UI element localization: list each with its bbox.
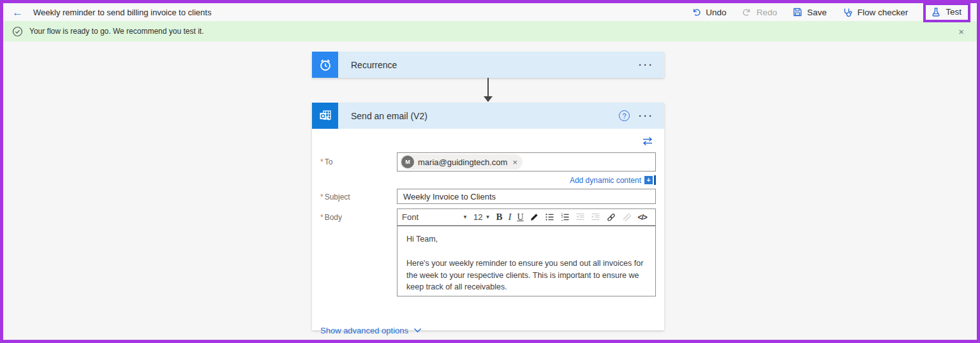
- body-editor[interactable]: Hi Team, Here's your weekly reminder to …: [397, 226, 656, 296]
- recipient-avatar: M: [401, 156, 414, 168]
- richtext-toolbar: Font ▼ 12 ▼ B I U: [397, 208, 656, 226]
- indent-button[interactable]: [591, 212, 600, 222]
- redo-label: Redo: [757, 8, 777, 17]
- send-email-more-options-icon[interactable]: ···: [639, 111, 654, 120]
- redo-button[interactable]: Redo: [742, 7, 777, 17]
- unlink-icon: [622, 212, 632, 223]
- bullet-list-button[interactable]: [545, 212, 554, 222]
- send-email-action-card: Send an email (V2) ? ··· *To M maria@gui…: [312, 103, 664, 330]
- ready-banner: Your flow is ready to go. We recommend y…: [3, 21, 977, 41]
- font-size-dropdown[interactable]: 12 ▼: [473, 212, 490, 222]
- outdent-icon: [575, 212, 585, 222]
- italic-button[interactable]: I: [508, 212, 511, 223]
- connector-arrowhead-icon: [484, 96, 493, 102]
- outlook-icon: [312, 103, 338, 129]
- font-family-value: Font: [402, 212, 419, 222]
- send-email-card-header[interactable]: Send an email (V2) ? ···: [312, 103, 664, 129]
- font-family-dropdown[interactable]: Font ▼: [402, 212, 468, 222]
- recurrence-title: Recurrence: [351, 60, 397, 70]
- top-command-bar: ← Weekly reminder to send billing invoic…: [3, 3, 977, 21]
- recurrence-trigger-card[interactable]: Recurrence ···: [312, 52, 664, 78]
- recurrence-clock-icon: [312, 52, 338, 78]
- show-advanced-options-link[interactable]: Show advanced options: [320, 326, 422, 335]
- power-automate-flow-editor: { "topbar": { "title": "Weekly reminder …: [0, 0, 980, 343]
- chip-remove-icon[interactable]: ×: [511, 157, 517, 167]
- save-label: Save: [807, 8, 827, 17]
- required-asterisk: *: [320, 213, 323, 222]
- recurrence-card-header[interactable]: Recurrence ···: [312, 52, 664, 78]
- body-text-paragraph: Here's your weekly reminder to ensure yo…: [406, 258, 646, 293]
- to-label: *To: [320, 157, 332, 166]
- redo-icon: [742, 7, 752, 17]
- dynamic-content-icon[interactable]: +: [644, 175, 656, 185]
- undo-icon: [691, 7, 701, 17]
- send-email-card-body: *To M maria@guidingtech.com × Add dynami…: [312, 129, 664, 330]
- highlight-pen-button[interactable]: [530, 212, 539, 222]
- remove-link-button[interactable]: [622, 212, 632, 223]
- test-flask-icon: [931, 7, 941, 17]
- insert-link-button[interactable]: [606, 212, 616, 223]
- recipient-chip[interactable]: M maria@guidingtech.com ×: [400, 154, 523, 170]
- subject-input[interactable]: Weekly Invoice to Clients: [397, 189, 656, 204]
- flow-checker-icon: [842, 7, 853, 18]
- undo-button[interactable]: Undo: [691, 7, 726, 17]
- topbar-actions: Undo Redo Save Flow checker: [691, 5, 970, 20]
- bullet-list-icon: [545, 212, 554, 222]
- subject-label: *Subject: [320, 193, 350, 201]
- flow-canvas: Recurrence ··· Send an email (V2) ?: [3, 41, 977, 340]
- required-asterisk: *: [320, 157, 323, 166]
- outdent-button[interactable]: [575, 212, 585, 222]
- font-size-value: 12: [473, 212, 482, 222]
- test-label: Test: [946, 7, 961, 17]
- numbered-list-button[interactable]: [560, 212, 570, 222]
- add-dynamic-content-link[interactable]: Add dynamic content: [570, 176, 641, 185]
- body-label: *Body: [320, 213, 342, 222]
- check-circle-icon: [12, 26, 23, 37]
- back-arrow-icon[interactable]: ←: [12, 7, 23, 18]
- required-asterisk: *: [320, 193, 323, 201]
- help-icon[interactable]: ?: [619, 110, 630, 121]
- save-button[interactable]: Save: [792, 7, 827, 17]
- to-input[interactable]: M maria@guidingtech.com ×: [397, 152, 656, 172]
- link-icon: [606, 212, 616, 223]
- underline-button[interactable]: U: [517, 212, 523, 223]
- flow-checker-button[interactable]: Flow checker: [842, 7, 909, 18]
- chevron-down-icon: ▼: [485, 214, 490, 220]
- switch-input-mode-icon[interactable]: [641, 136, 654, 146]
- test-button[interactable]: Test: [923, 3, 970, 22]
- bold-button[interactable]: B: [496, 212, 502, 223]
- dynamic-content-row: Add dynamic content +: [397, 175, 656, 185]
- chevron-down-icon: [413, 328, 422, 333]
- code-view-button[interactable]: </>: [638, 213, 647, 222]
- save-icon: [792, 7, 803, 17]
- chevron-down-icon: ▼: [463, 214, 468, 220]
- indent-icon: [591, 212, 600, 222]
- subject-value: Weekly Invoice to Clients: [403, 192, 496, 201]
- connector-line: [487, 78, 489, 98]
- body-text-greeting: Hi Team,: [406, 233, 646, 245]
- banner-message: Your flow is ready to go. We recommend y…: [29, 27, 204, 36]
- recipient-email: maria@guidingtech.com: [418, 157, 507, 167]
- send-email-title: Send an email (V2): [351, 111, 427, 121]
- flow-title: Weekly reminder to send billing invoice …: [33, 8, 211, 17]
- flow-checker-label: Flow checker: [858, 8, 909, 17]
- numbered-list-icon: [560, 212, 570, 222]
- recurrence-more-options-icon[interactable]: ···: [639, 60, 654, 69]
- banner-close-icon[interactable]: ×: [954, 26, 968, 37]
- pen-icon: [530, 212, 539, 222]
- undo-label: Undo: [706, 8, 726, 17]
